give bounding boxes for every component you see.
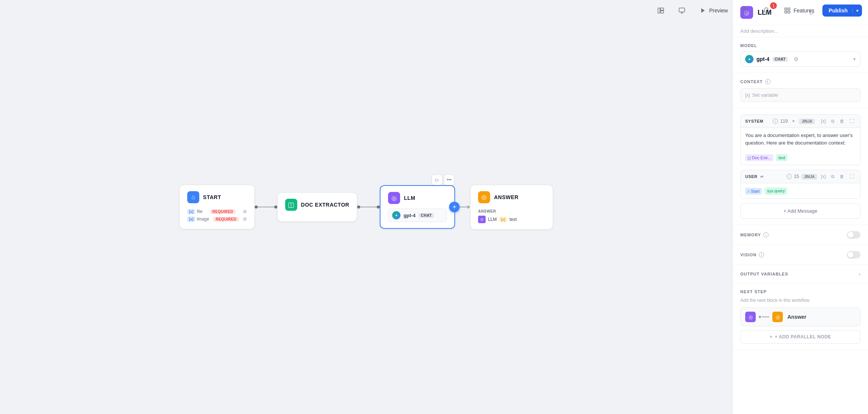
doc-extractor-header: ◫ DOC EXTRACTOR (285, 199, 349, 211)
user-delete-btn[interactable]: 🗑 (838, 173, 846, 180)
answer-content: ANSWER ◎ LLM [x] text (478, 208, 545, 223)
connector-line-1 (258, 207, 274, 207)
vision-info-icon[interactable]: i (759, 252, 764, 257)
system-plus-btn[interactable]: ✦ (790, 118, 797, 125)
answer-label: ANSWER (478, 209, 545, 213)
context-info-icon[interactable]: i (765, 79, 770, 84)
vision-section: VISION i (733, 245, 868, 265)
system-var-btn[interactable]: [x] (819, 118, 827, 125)
panel-desc-placeholder: Add description... (740, 28, 778, 34)
right-panel: ◎ LLM ▷ ⊟ ••• ✕ Add description... MODEL… (732, 0, 868, 414)
layout-button[interactable] (652, 4, 670, 17)
user-copy-btn[interactable]: ⧉ (830, 173, 836, 180)
system-jinja-badge[interactable]: JINJA (799, 119, 815, 124)
bell-icon (763, 7, 770, 14)
next-step-section: NEXT STEP Add the next block in this wor… (733, 283, 868, 350)
svg-rect-1 (661, 8, 664, 10)
connector-dot-2 (357, 205, 360, 209)
memory-toggle[interactable] (847, 231, 860, 239)
answer-var-tag: [x] (499, 217, 507, 222)
memory-info-icon[interactable]: i (763, 232, 769, 237)
add-message-label: + Add Message (784, 208, 818, 214)
context-section: CONTEXT i [x] Set variable (733, 73, 868, 108)
user-info-icon[interactable]: i (787, 174, 792, 179)
doc-extractor-node[interactable]: ◫ DOC EXTRACTOR (277, 192, 357, 222)
start-node-title: START (203, 194, 221, 200)
llm-node[interactable]: ▷ ••• ◎ LLM ✦ gpt-4 CHAT + (380, 185, 455, 229)
output-vars-chevron: › (859, 271, 860, 277)
publish-dropdown-arrow[interactable]: ▾ (852, 9, 862, 13)
system-tag1-text: Doc Extr... (752, 155, 771, 161)
connector-dot-2b (377, 205, 380, 209)
answer-node-title: ANSWER (494, 194, 518, 200)
file-doc-icon: ⊞ (243, 209, 247, 214)
file-required-badge: REQUIRED (210, 209, 235, 214)
features-button[interactable]: Features (778, 4, 819, 17)
system-copy-btn[interactable]: ⧉ (830, 118, 836, 125)
model-section: MODEL ✦ gpt-4 CHAT ⚙ ▾ (733, 37, 868, 73)
start-node[interactable]: ⌂ START [x] file REQUIRED ⊞ [x] image RE… (179, 185, 255, 229)
output-vars-section[interactable]: OUTPUT VARIABLES › (733, 265, 868, 283)
model-selector[interactable]: ✦ gpt-4 CHAT ⚙ ▾ (740, 52, 860, 67)
vision-label-row: VISION i (740, 252, 764, 257)
publish-button[interactable]: Publish ▾ (822, 5, 862, 17)
user-query-tag: sys.query (765, 187, 787, 195)
add-parallel-btn[interactable]: + + ADD PARALLEL NODE (740, 330, 860, 344)
model-settings-icon[interactable]: ⚙ (794, 56, 799, 62)
llm-node-title: LLM (404, 195, 415, 201)
monitor-button[interactable] (673, 4, 691, 17)
llm-more-btn[interactable]: ••• (444, 175, 454, 185)
clock-button[interactable] (736, 4, 754, 17)
doc-extractor-icon: ◫ (285, 199, 297, 211)
start-field-file-name: [x] file (187, 209, 203, 214)
file-var-tag: [x] (187, 209, 196, 214)
image-required-badge: REQUIRED (213, 217, 238, 222)
context-placeholder: Set variable (752, 92, 778, 98)
user-jinja-badge[interactable]: JINJA (801, 174, 817, 180)
memory-section: MEMORY i (733, 225, 868, 245)
connector-dot-1b (274, 205, 277, 209)
system-info-icon[interactable]: i (773, 119, 778, 124)
answer-node[interactable]: ◎ ANSWER ANSWER ◎ LLM [x] text (470, 185, 553, 230)
model-name: gpt-4 (756, 56, 769, 62)
llm-sub-node: ✦ gpt-4 CHAT (388, 209, 447, 222)
features-label: Features (793, 8, 814, 14)
model-selector-left: ✦ gpt-4 CHAT ⚙ (745, 55, 850, 63)
next-connector-line (762, 317, 769, 317)
user-var-btn[interactable]: [x] (819, 173, 827, 180)
connector-dot-1 (255, 205, 258, 209)
panel-body: MODEL ✦ gpt-4 CHAT ⚙ ▾ CONTEXT i [x] Set… (733, 37, 868, 414)
user-start-tag: ⌂ Start (745, 188, 762, 195)
llm-play-btn[interactable]: ▷ (432, 175, 442, 185)
system-message-body[interactable]: You are a documentation expert, to answe… (741, 128, 860, 165)
workflow-canvas: ⌂ START [x] file REQUIRED ⊞ [x] image RE… (0, 0, 732, 414)
preview-button[interactable]: Preview (694, 4, 733, 17)
answer-text-label: text (509, 217, 517, 222)
vision-toggle[interactable] (847, 251, 860, 259)
model-label-text: MODEL (740, 43, 757, 48)
system-delete-btn[interactable]: 🗑 (838, 118, 846, 125)
user-message-body[interactable]: ⌂ Start sys.query (741, 183, 860, 198)
publish-label: Publish (828, 8, 852, 14)
start-node-header: ⌂ START (187, 191, 247, 203)
user-count: 15 (794, 174, 799, 179)
start-field-image: [x] image REQUIRED ⊞ (187, 215, 247, 223)
add-message-btn[interactable]: + Add Message (740, 203, 860, 219)
llm-node-icon: ◎ (388, 192, 400, 204)
answer-node-icon: ◎ (478, 191, 490, 203)
context-input[interactable]: [x] Set variable (740, 88, 860, 102)
flow-container: ⌂ START [x] file REQUIRED ⊞ [x] image RE… (179, 185, 553, 230)
model-gpt-icon: ✦ (745, 55, 753, 63)
panel-description[interactable]: Add description... (733, 25, 868, 37)
system-expand-btn[interactable]: ⛶ (848, 118, 856, 125)
next-step-node[interactable]: ◎ ◎ Answer (740, 307, 860, 326)
system-message-header: SYSTEM i 119 ✦ JINJA [x] ⧉ 🗑 ⛶ (741, 115, 860, 128)
messages-section: SYSTEM i 119 ✦ JINJA [x] ⧉ 🗑 ⛶ You are a… (733, 108, 868, 225)
user-expand-btn[interactable]: ⛶ (848, 173, 856, 180)
model-chevron-icon: ▾ (853, 56, 856, 62)
memory-toggle-knob (848, 232, 854, 238)
llm-add-btn[interactable]: + (449, 202, 460, 212)
memory-toggle-row: MEMORY i (740, 231, 860, 239)
next-step-label: NEXT STEP (740, 289, 860, 294)
notification-badge: 1 (770, 2, 777, 9)
